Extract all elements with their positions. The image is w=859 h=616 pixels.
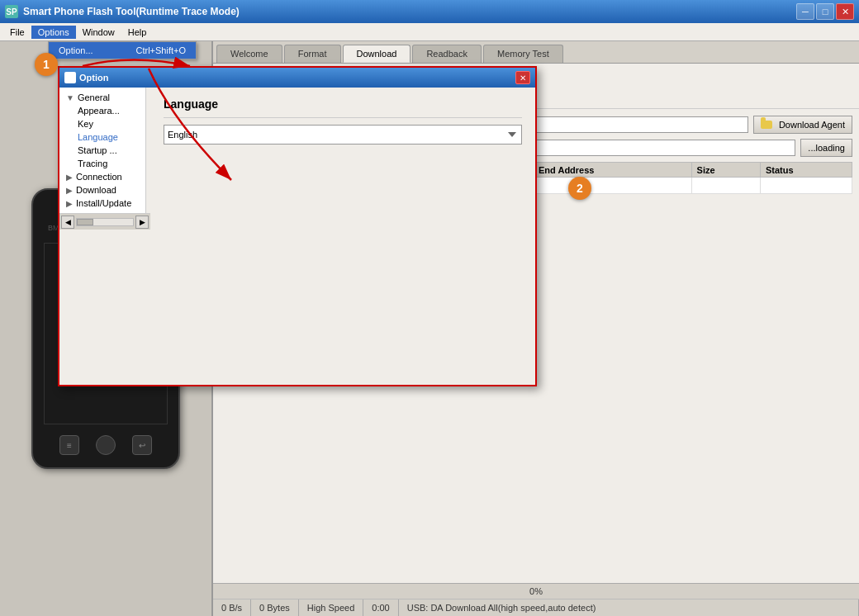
tree-child-appearance[interactable]: Appeara... — [63, 104, 142, 117]
tree-expand-connection: ▶ — [66, 173, 73, 182]
tree-expand-general: ▼ — [66, 93, 74, 102]
scroll-left-button[interactable]: ◀ — [61, 216, 74, 229]
dialog-overlay: Option ✕ ▼ General Appeara... Key Langua… — [0, 0, 859, 616]
scroll-thumb — [77, 219, 93, 225]
dialog-close-button[interactable]: ✕ — [515, 71, 530, 84]
annotation-circle-1: 1 — [35, 53, 58, 76]
tree-expand-download: ▶ — [66, 186, 73, 195]
tree-item-general[interactable]: ▼ General — [63, 91, 142, 104]
tree-child-tracing[interactable]: Tracing — [63, 157, 142, 170]
dialog-title-text: Option — [64, 72, 108, 83]
options-dropdown: Option... Ctrl+Shift+O — [48, 41, 197, 59]
dialog-body: ▼ General Appeara... Key Language Startu… — [59, 88, 535, 385]
dialog-title-icon — [64, 72, 76, 83]
tree-scrollbar: ◀ ▶ — [59, 213, 150, 230]
options-dropdown-item[interactable]: Option... Ctrl+Shift+O — [49, 42, 196, 59]
tree-child-language[interactable]: Language — [63, 130, 142, 144]
language-section-title: Language — [164, 97, 522, 118]
dialog-tree-panel: ▼ General Appeara... Key Language Startu… — [59, 88, 150, 385]
dialog-tree: ▼ General Appeara... Key Language Startu… — [59, 88, 146, 213]
dialog-title-bar: Option ✕ — [59, 68, 535, 88]
scroll-track — [76, 218, 134, 226]
tree-item-connection[interactable]: ▶ Connection — [63, 170, 142, 183]
tree-expand-install-update: ▶ — [66, 199, 73, 208]
dialog-right-panel: Language English Chinese (Simplified) Ch… — [150, 88, 535, 385]
tree-child-startup[interactable]: Startup ... — [63, 144, 142, 157]
annotation-circle-2: 2 — [568, 177, 591, 200]
scroll-right-button[interactable]: ▶ — [135, 216, 149, 229]
language-dropdown[interactable]: English Chinese (Simplified) Chinese (Tr… — [164, 125, 522, 145]
tree-child-key[interactable]: Key — [63, 117, 142, 130]
tree-item-install-update[interactable]: ▶ Install/Update — [63, 197, 142, 210]
option-dialog: Option ✕ ▼ General Appeara... Key Langua… — [58, 66, 537, 386]
tree-item-download[interactable]: ▶ Download — [63, 183, 142, 197]
